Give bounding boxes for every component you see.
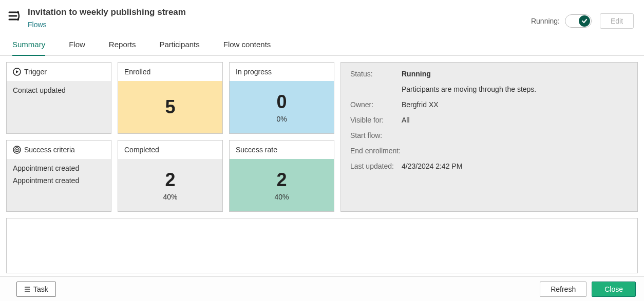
metric-completed-label: Completed (118, 141, 222, 159)
success-criteria-card: Success criteria Appointment created App… (6, 140, 111, 212)
metric-completed: Completed 2 40% (118, 140, 223, 212)
tab-flow-contents[interactable]: Flow contents (223, 36, 271, 55)
trigger-card: Trigger Contact updated (6, 62, 111, 134)
metric-enrolled-label: Enrolled (118, 63, 222, 81)
metric-successrate-sub: 40% (274, 193, 289, 201)
end-enrollment-label: End enrollment: (350, 147, 412, 155)
running-label: Running: (531, 17, 560, 25)
metric-completed-value: 2 (165, 169, 175, 191)
refresh-button[interactable]: Refresh (540, 282, 586, 297)
metric-inprogress-sub: 0% (276, 115, 287, 123)
visible-label: Visible for: (350, 116, 402, 124)
app-logo-icon (7, 9, 21, 23)
tab-flow[interactable]: Flow (69, 36, 85, 55)
visible-value: All (402, 116, 410, 124)
metric-inprogress-value: 0 (276, 91, 287, 113)
last-updated-value: 4/23/2024 2:42 PM (402, 162, 462, 170)
trigger-line: Contact updated (13, 86, 105, 94)
close-button[interactable]: Close (592, 282, 636, 297)
metric-successrate-label: Success rate (230, 141, 334, 159)
metric-completed-sub: 40% (163, 193, 177, 201)
trigger-title: Trigger (24, 68, 47, 76)
running-toggle[interactable] (565, 14, 592, 28)
tab-bar: Summary Flow Reports Participants Flow c… (0, 36, 644, 56)
task-button-label: Task (33, 285, 48, 293)
breadcrumb-flows[interactable]: Flows (28, 21, 186, 29)
owner-value: Bergfrid XX (402, 101, 439, 109)
status-panel: Status: Running Participants are moving … (340, 62, 638, 212)
edit-button[interactable]: Edit (600, 13, 634, 29)
last-updated-label: Last updated: (350, 162, 402, 170)
metric-inprogress: In progress 0 0% (229, 62, 334, 134)
task-button[interactable]: Task (16, 282, 56, 297)
status-label: Status: (350, 70, 402, 78)
success-line-2: Appointment created (13, 176, 105, 185)
svg-point-5 (16, 149, 18, 151)
success-title: Success criteria (24, 146, 75, 154)
status-description: Participants are moving through the step… (402, 85, 536, 93)
status-value: Running (402, 70, 431, 78)
page-title: Invitation to weekly publishing stream (28, 7, 186, 17)
menu-icon (24, 286, 30, 292)
play-icon (13, 68, 21, 76)
success-line-1: Appointment created (13, 164, 105, 172)
metric-successrate-value: 2 (276, 169, 287, 191)
metric-enrolled-value: 5 (165, 96, 175, 118)
tab-summary[interactable]: Summary (12, 36, 45, 56)
owner-label: Owner: (350, 101, 402, 109)
tab-reports[interactable]: Reports (109, 36, 136, 55)
metric-inprogress-label: In progress (230, 63, 334, 81)
metric-successrate: Success rate 2 40% (229, 140, 334, 212)
start-flow-label: Start flow: (350, 131, 402, 139)
bottom-panel (6, 218, 638, 273)
metric-enrolled: Enrolled 5 (118, 62, 223, 134)
tab-participants[interactable]: Participants (159, 36, 199, 55)
target-icon (13, 146, 21, 154)
check-icon (579, 15, 590, 27)
